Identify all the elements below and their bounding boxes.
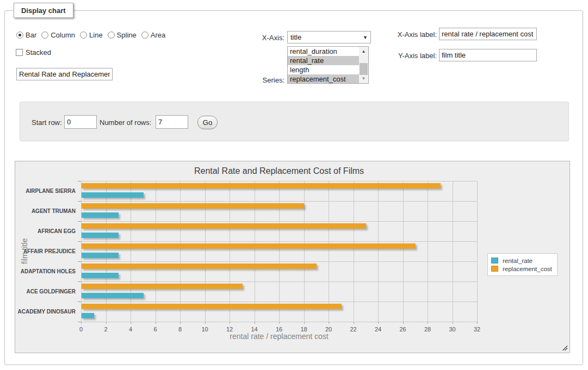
series-option-replacement_cost[interactable]: replacement_cost [288,74,359,84]
gridline [81,241,477,242]
x-axis-title: rental rate / replacement cost [81,332,477,341]
page: Display chart BarColumnLineSplineArea St… [0,0,588,370]
gridline [230,181,230,322]
gridline [279,181,280,322]
bar-rental_rate [82,233,119,238]
radio-icon[interactable] [80,32,87,39]
chart-legend: rental_ratereplacement_cost [487,253,558,276]
gridline [378,181,379,322]
bar-replacement_cost [82,284,243,289]
scroll-up-button[interactable]: ▲ [359,47,368,56]
x-axis-label-label: X-Axis label: [381,30,437,39]
chart-type-option-label: Area [151,31,165,39]
scrollbar-thumb[interactable] [360,63,368,75]
series-option-rental_rate[interactable]: rental_rate [288,56,359,65]
bar-rental_rate [82,253,119,258]
num-rows-label: Number of rows: [100,118,151,127]
dropdown-arrow-icon: ▼ [363,35,370,40]
y-tick-mark [78,241,81,242]
legend-entry-replacement_cost: replacement_cost [491,265,552,273]
scroll-down-button[interactable]: ▼ [359,74,368,83]
gridline [81,281,477,282]
series-listbox-scrollbar[interactable]: ▲ ▼ [359,47,368,83]
start-row-label: Start row: [32,118,62,127]
legend-swatch-replacement_cost [491,266,498,272]
x-axis-label-input[interactable] [439,28,537,40]
bar-replacement_cost [82,203,304,209]
gridline [255,181,255,322]
gridline [156,181,156,322]
scroll-up-icon: ▲ [362,49,366,54]
gridline [106,181,107,322]
gridline [131,181,131,322]
gridline [81,181,477,181]
row-range-panel: Start row: Number of rows: Go [20,102,569,141]
bar-replacement_cost [82,223,366,229]
gridline [81,322,477,322]
gridline [428,181,428,322]
chart-title: Rental Rate and Replacement Cost of Film… [81,166,477,176]
stacked-label: Stacked [26,48,51,57]
chart-type-option-label: Column [51,31,75,39]
radio-icon[interactable] [141,32,148,39]
bar-replacement_cost [82,304,342,309]
y-tick-mark [78,302,81,302]
chart-type-option-line[interactable]: Line [80,31,103,39]
chart-type-option-spline[interactable]: Spline [108,31,137,39]
scroll-down-icon: ▼ [362,76,366,81]
chart-type-option-column[interactable]: Column [41,31,75,39]
series-options: rental_durationrental_ratelengthreplacem… [288,47,359,83]
gridline [354,181,354,322]
legend-label: replacement_cost [503,266,552,272]
gridline [205,181,206,322]
chart-panel: Rental Rate and Replacement Cost of Film… [15,161,570,353]
gridline [453,181,453,322]
radio-icon[interactable] [41,32,48,39]
gridline [81,261,477,262]
stacked-checkbox[interactable]: Stacked [16,48,51,57]
chart-type-option-label: Line [89,31,103,39]
y-tick-mark [78,281,81,282]
chart-type-option-label: Spline [117,31,137,39]
go-button[interactable]: Go [197,116,218,129]
series-list-label: Series: [234,76,284,84]
y-axis-label-input[interactable] [439,49,537,61]
y-tick-mark [78,261,81,262]
checkbox-icon[interactable] [16,49,23,56]
radio-icon[interactable] [108,32,115,39]
y-tick-mark [78,201,81,202]
gridline [477,181,478,322]
fieldset-legend: Display chart [14,3,73,18]
gridline [81,201,477,202]
y-tick-mark [78,221,81,222]
x-axis-select-label: X-Axis: [234,34,284,42]
series-option-length[interactable]: length [288,65,359,74]
chart-type-option-area[interactable]: Area [141,31,165,39]
chart-type-option-label: Bar [26,31,36,39]
x-axis-select[interactable]: title ▼ [287,31,371,43]
chart-title-input[interactable] [16,68,113,80]
y-axis-label-label: Y-Axis label: [381,52,437,60]
x-axis-select-value: title [288,33,363,41]
radio-icon[interactable] [16,32,23,39]
start-row-input[interactable] [64,115,97,129]
bar-rental_rate [82,293,144,298]
chart-type-option-bar[interactable]: Bar [16,31,36,39]
legend-swatch-rental_rate [491,258,498,264]
gridline [403,181,404,322]
bar-rental_rate [82,273,119,278]
bar-replacement_cost [82,183,441,189]
series-listbox[interactable]: rental_durationrental_ratelengthreplacem… [287,46,369,84]
x-tick-mark [477,322,478,324]
gridline [329,181,329,322]
bar-replacement_cost [82,264,317,269]
gridline [304,181,305,322]
resize-handle-icon[interactable] [561,344,567,350]
bar-rental_rate [82,192,144,198]
gridline [81,181,82,322]
series-option-rental_duration[interactable]: rental_duration [288,47,359,56]
y-tick-mark [78,181,81,181]
num-rows-input[interactable] [156,115,188,129]
gridline [81,302,477,302]
gridline [81,221,477,222]
